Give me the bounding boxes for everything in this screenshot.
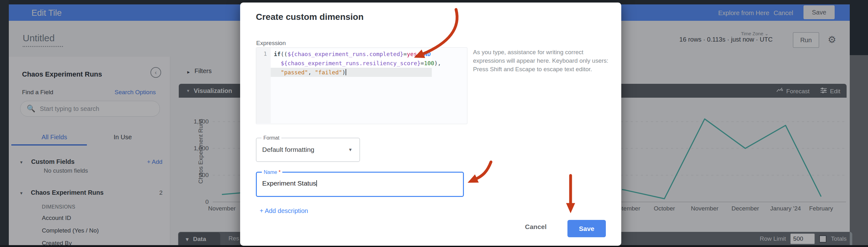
- dialog-title: Create custom dimension: [256, 12, 364, 22]
- name-field[interactable]: Name * Experiment Status: [256, 172, 464, 197]
- expression-code[interactable]: if((${chaos_experiment_runs.completed}=y…: [271, 50, 432, 77]
- name-value: Experiment Status: [262, 180, 317, 187]
- required-asterisk: *: [279, 169, 280, 175]
- create-custom-dimension-dialog: Create custom dimension Expression 1 if(…: [240, 2, 621, 246]
- expression-editor[interactable]: 1 if((${chaos_experiment_runs.completed}…: [256, 47, 467, 124]
- format-label: Format: [261, 135, 281, 141]
- name-label: Name *: [262, 169, 282, 175]
- add-description-link[interactable]: + Add description: [260, 207, 308, 215]
- format-value: Default formatting: [262, 146, 314, 154]
- screenshot-root: Edit Tile Explore from Here Cancel Save …: [0, 0, 868, 247]
- editor-line-numbers: 1: [256, 48, 271, 123]
- text-cursor: [316, 180, 317, 187]
- frame-right-edge: [850, 55, 868, 247]
- format-select[interactable]: Format Default formatting ▼: [256, 138, 360, 162]
- expression-assistance-text: As you type, assistance for writing corr…: [473, 48, 612, 74]
- chevron-down-icon: ▼: [348, 147, 352, 152]
- frame-left-edge: [0, 0, 9, 247]
- code-line[interactable]: if((${chaos_experiment_runs.completed}=y…: [271, 50, 432, 59]
- code-line[interactable]: ${chaos_experiment_runs.resiliency_score…: [271, 59, 432, 68]
- dialog-save-button[interactable]: Save: [567, 220, 606, 237]
- code-line[interactable]: "passed", "failed"): [271, 68, 432, 77]
- expression-label: Expression: [256, 40, 286, 47]
- frame-right-top: [850, 0, 868, 55]
- dialog-cancel-button[interactable]: Cancel: [525, 223, 547, 230]
